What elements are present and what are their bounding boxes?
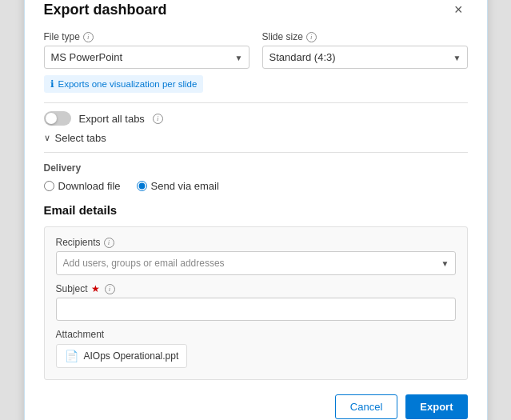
export-dialog: Export dashboard × File type i MS PowerP… bbox=[24, 0, 488, 420]
cancel-button[interactable]: Cancel bbox=[335, 394, 397, 419]
file-slide-row: File type i MS PowerPoint PDF ▼ Slide si… bbox=[44, 31, 468, 69]
file-type-select-wrapper: MS PowerPoint PDF ▼ bbox=[44, 46, 250, 69]
delivery-section-label: Delivery bbox=[44, 162, 468, 174]
slide-size-group: Slide size i Standard (4:3) Widescreen (… bbox=[262, 31, 468, 69]
email-form: Recipients i Add users, groups or email … bbox=[44, 226, 468, 380]
file-type-label: File type i bbox=[44, 31, 250, 42]
send-via-email-radio[interactable] bbox=[137, 181, 147, 191]
divider-2 bbox=[44, 152, 468, 153]
divider-1 bbox=[44, 102, 468, 103]
subject-info-icon[interactable]: i bbox=[105, 284, 115, 294]
toggle-knob bbox=[46, 113, 57, 124]
export-all-tabs-row: Export all tabs i bbox=[44, 111, 468, 126]
recipients-select[interactable]: Add users, groups or email addresses bbox=[56, 251, 456, 275]
dialog-footer: Cancel Export bbox=[44, 394, 468, 419]
recipients-label: Recipients i bbox=[56, 237, 456, 248]
slide-size-select[interactable]: Standard (4:3) Widescreen (16:9) bbox=[262, 46, 468, 69]
download-file-radio[interactable] bbox=[44, 181, 54, 191]
export-all-tabs-toggle[interactable] bbox=[44, 111, 71, 126]
select-tabs-row[interactable]: ∨ Select tabs bbox=[44, 132, 468, 144]
info-banner: ℹ Exports one visualization per slide bbox=[44, 75, 204, 93]
export-button[interactable]: Export bbox=[405, 394, 467, 419]
export-all-tabs-label: Export all tabs bbox=[79, 113, 145, 125]
file-type-group: File type i MS PowerPoint PDF ▼ bbox=[44, 31, 250, 69]
dialog-title: Export dashboard bbox=[44, 2, 167, 18]
export-all-tabs-info-icon[interactable]: i bbox=[153, 114, 163, 124]
delivery-row: Download file Send via email bbox=[44, 180, 468, 192]
select-tabs-label: Select tabs bbox=[55, 132, 106, 144]
subject-required-star: ★ bbox=[91, 283, 100, 294]
slide-size-label: Slide size i bbox=[262, 31, 468, 42]
dialog-header: Export dashboard × bbox=[44, 1, 468, 18]
attachment-filename: AIOps Operational.ppt bbox=[84, 350, 179, 362]
recipients-select-wrapper: Add users, groups or email addresses ▼ bbox=[56, 251, 456, 275]
recipients-info-icon[interactable]: i bbox=[104, 238, 114, 248]
slide-size-info-icon[interactable]: i bbox=[306, 32, 317, 42]
slide-size-select-wrapper: Standard (4:3) Widescreen (16:9) ▼ bbox=[262, 46, 468, 69]
file-type-info-icon[interactable]: i bbox=[83, 32, 94, 42]
file-type-select[interactable]: MS PowerPoint PDF bbox=[44, 46, 250, 69]
download-file-label: Download file bbox=[58, 180, 121, 192]
select-tabs-chevron-icon: ∨ bbox=[44, 133, 50, 143]
info-banner-icon: ℹ bbox=[50, 78, 54, 90]
close-button[interactable]: × bbox=[449, 1, 468, 18]
subject-input[interactable] bbox=[56, 298, 456, 321]
attachment-file: 📄 AIOps Operational.ppt bbox=[56, 344, 188, 368]
attachment-label: Attachment bbox=[56, 329, 456, 340]
download-file-option[interactable]: Download file bbox=[44, 180, 121, 192]
send-via-email-option[interactable]: Send via email bbox=[137, 180, 219, 192]
send-via-email-label: Send via email bbox=[151, 180, 219, 192]
email-section-title: Email details bbox=[44, 203, 468, 217]
subject-label: Subject ★ i bbox=[56, 283, 456, 294]
subject-text: Subject bbox=[56, 283, 88, 294]
ppt-file-icon: 📄 bbox=[65, 350, 78, 362]
